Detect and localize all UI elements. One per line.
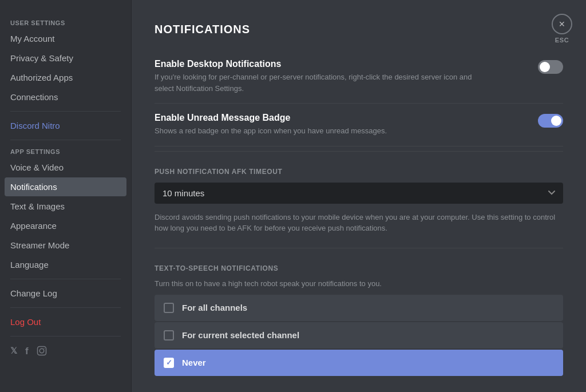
sidebar-item-streamer-mode[interactable]: Streamer Mode — [5, 236, 126, 255]
sidebar-item-label: Log Out — [10, 317, 41, 327]
sidebar-item-privacy-safety[interactable]: Privacy & Safety — [5, 49, 126, 68]
sidebar-item-label: Notifications — [10, 182, 57, 192]
section-divider-2 — [155, 248, 563, 248]
enable-desktop-toggle[interactable] — [538, 60, 563, 74]
close-icon[interactable]: ✕ — [552, 14, 572, 34]
sidebar-item-connections[interactable]: Connections — [5, 88, 126, 106]
toggle-track-on[interactable] — [538, 114, 563, 128]
enable-desktop-text: Enable Desktop Notifications If you're l… — [155, 59, 486, 94]
svg-point-2 — [43, 348, 45, 349]
sidebar-item-label: Change Log — [10, 288, 57, 298]
sidebar-item-label: Voice & Video — [10, 163, 64, 172]
tts-current-channel-row[interactable]: For current selected channel — [155, 322, 563, 349]
sidebar-item-label: Language — [10, 260, 49, 270]
sidebar-item-label: Text & Images — [10, 201, 65, 211]
tts-current-channel-label: For current selected channel — [182, 330, 299, 340]
tts-current-channel-checkbox[interactable] — [164, 330, 174, 340]
sidebar-item-label: Connections — [10, 92, 58, 102]
push-section-heading: Push Notification AFK Timeout — [155, 168, 563, 176]
sidebar-item-appearance[interactable]: Appearance — [5, 216, 126, 235]
enable-unread-description: Shows a red badge on the app icon when y… — [155, 125, 387, 137]
tts-all-channels-row[interactable]: For all channels — [155, 295, 563, 321]
enable-desktop-description: If you're looking for per-channel or per… — [155, 72, 486, 94]
svg-rect-0 — [37, 347, 46, 355]
sidebar-item-authorized-apps[interactable]: Authorized Apps — [5, 68, 126, 87]
enable-desktop-row: Enable Desktop Notifications If you're l… — [155, 50, 563, 104]
esc-button[interactable]: ✕ ESC — [552, 14, 572, 43]
section-divider-1 — [155, 151, 563, 152]
tts-all-channels-label: For all channels — [182, 303, 247, 312]
sidebar-item-voice-video[interactable]: Voice & Video — [5, 158, 126, 177]
toggle-track[interactable] — [538, 60, 563, 74]
page-title: Notifications — [155, 23, 563, 36]
facebook-icon[interactable]: f — [25, 346, 29, 359]
main-content: ✕ ESC Notifications Enable Desktop Notif… — [132, 0, 586, 392]
twitter-icon[interactable]: 𝕏 — [10, 346, 17, 359]
tts-never-label: Never — [182, 358, 206, 367]
esc-label: ESC — [555, 37, 569, 43]
tts-never-checkbox[interactable] — [164, 358, 174, 368]
divider-5 — [10, 336, 121, 336]
user-settings-label: User Settings — [5, 16, 126, 29]
sidebar: User Settings My Account Privacy & Safet… — [0, 0, 132, 392]
tts-never-row[interactable]: Never — [155, 350, 563, 376]
divider-4 — [10, 307, 121, 308]
timeout-description: Discord avoids sending push notification… — [155, 212, 563, 234]
tts-all-channels-checkbox[interactable] — [164, 303, 174, 313]
instagram-icon[interactable] — [37, 346, 47, 359]
sidebar-item-language[interactable]: Language — [5, 255, 126, 274]
sidebar-item-label: Discord Nitro — [10, 121, 60, 130]
sidebar-item-my-account[interactable]: My Account — [5, 29, 126, 48]
toggle-knob — [551, 116, 561, 126]
social-links: 𝕏 f — [5, 341, 126, 363]
sidebar-item-label: My Account — [10, 34, 55, 43]
toggle-knob — [540, 62, 550, 72]
sidebar-item-label: Appearance — [10, 221, 57, 231]
app-settings-label: App Settings — [5, 145, 126, 157]
enable-desktop-label: Enable Desktop Notifications — [155, 59, 486, 69]
enable-unread-label: Enable Unread Message Badge — [155, 113, 387, 123]
tts-description: Turn this on to have a high tech robot s… — [155, 279, 563, 288]
enable-unread-text: Enable Unread Message Badge Shows a red … — [155, 113, 387, 137]
divider-2 — [10, 140, 121, 140]
divider-3 — [10, 279, 121, 279]
sidebar-item-nitro[interactable]: Discord Nitro — [5, 116, 126, 135]
sidebar-item-label: Authorized Apps — [10, 73, 73, 82]
sidebar-item-notifications[interactable]: Notifications — [5, 177, 126, 196]
sidebar-item-logout[interactable]: Log Out — [5, 312, 126, 331]
divider-1 — [10, 111, 121, 112]
sidebar-item-label: Privacy & Safety — [10, 53, 73, 63]
enable-unread-row: Enable Unread Message Badge Shows a red … — [155, 104, 563, 146]
enable-unread-toggle[interactable] — [538, 114, 563, 128]
sidebar-item-text-images[interactable]: Text & Images — [5, 197, 126, 216]
sidebar-item-change-log[interactable]: Change Log — [5, 284, 126, 303]
afk-timeout-dropdown[interactable]: 10 minutes 5 minutes 15 minutes 30 minut… — [155, 183, 563, 204]
tts-section-heading: Text-to-Speech Notifications — [155, 264, 563, 272]
svg-point-1 — [39, 349, 44, 353]
sidebar-item-label: Streamer Mode — [10, 240, 69, 250]
